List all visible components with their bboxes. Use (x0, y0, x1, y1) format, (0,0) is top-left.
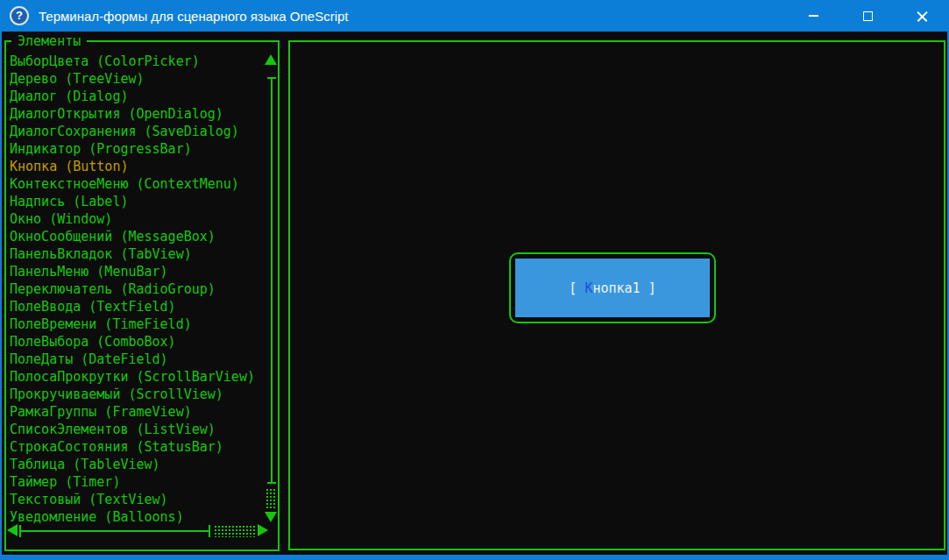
button-hotkey: К (584, 280, 592, 296)
list-item-label: Окно (Window) (10, 211, 112, 227)
list-item-label: ДиалогОткрытия (OpenDialog) (10, 106, 223, 122)
window-controls (786, 0, 949, 32)
list-item-label: Дерево (TreeView) (10, 71, 145, 87)
horizontal-scroll-track[interactable] (213, 524, 256, 537)
button-bracket-close: ] (641, 280, 656, 296)
elements-panel: Элементы ВыборЦвета (ColorPicker)Дерево … (4, 40, 280, 551)
preview-button-focus-ring: [ Кнопка1 ] (509, 252, 716, 323)
preview-panel: [ Кнопка1 ] (288, 40, 945, 550)
list-item[interactable]: ПолеВыбора (ComboBox) (8, 333, 264, 351)
list-item[interactable]: Индикатор (ProgressBar) (8, 140, 264, 158)
vertical-scroll-thumb[interactable] (271, 77, 273, 484)
list-item[interactable]: Прокручиваемый (ScrollView) (8, 386, 264, 403)
list-item-label: Переключатель (RadioGroup) (10, 281, 216, 297)
list-item-label: РамкаГруппы (FrameView) (10, 404, 192, 420)
list-item-label: ОкноСообщений (MessageBox) (10, 229, 216, 245)
list-item-label: ПолосаПрокрутки (ScrollBarView) (10, 369, 255, 385)
button-label-rest: нопка1 (592, 280, 640, 296)
titlebar: ? Терминал-формы для сценарного языка On… (0, 0, 949, 32)
list-item-label: Таймер (Timer) (10, 474, 120, 490)
maximize-button[interactable] (840, 0, 895, 32)
list-item[interactable]: РамкаГруппы (FrameView) (8, 403, 264, 421)
list-item[interactable]: ПанельМеню (MenuBar) (8, 263, 264, 280)
list-item-label: ПолеВыбора (ComboBox) (10, 334, 176, 350)
list-item[interactable]: Кнопка (Button) (8, 158, 264, 175)
list-item[interactable]: ВыборЦвета (ColorPicker) (8, 53, 264, 70)
list-item-label: ПолеДаты (DateField) (10, 351, 168, 367)
list-item[interactable]: КонтекстноеМеню (ContextMenu) (8, 175, 264, 193)
list-item-label: Прокручиваемый (ScrollView) (10, 386, 223, 402)
list-item[interactable]: Таймер (Timer) (8, 473, 264, 491)
list-item-label: ПолеВвода (TextField) (10, 299, 176, 315)
list-item-label: СтрокаСостояния (StatusBar) (10, 439, 223, 455)
list-item[interactable]: Уведомление (Balloons) (8, 508, 264, 526)
close-icon (916, 10, 929, 23)
list-item[interactable]: ДиалогСохранения (SaveDialog) (8, 123, 264, 140)
list-item[interactable]: ПанельВкладок (TabView) (8, 245, 264, 263)
window-title: Терминал-формы для сценарного языка OneS… (39, 9, 349, 24)
list-item-label: ПанельВкладок (TabView) (10, 246, 192, 262)
list-item-label: СписокЭлементов (ListView) (10, 422, 216, 437)
help-icon-glyph: ? (16, 9, 23, 22)
list-item-label: Индикатор (ProgressBar) (10, 141, 192, 157)
list-item-label: ВыборЦвета (ColorPicker) (10, 53, 200, 69)
list-item-label: Уведомление (Balloons) (10, 509, 184, 525)
button-bracket-open: [ (569, 280, 584, 296)
list-item-label: Кнопка (Button) (10, 159, 128, 174)
help-question-icon[interactable]: ? (10, 6, 29, 25)
horizontal-scroll-thumb[interactable] (19, 530, 210, 532)
scroll-up-icon[interactable] (265, 54, 277, 65)
list-item-label: ДиалогСохранения (SaveDialog) (10, 124, 239, 139)
preview-button[interactable]: [ Кнопка1 ] (515, 259, 710, 317)
minimize-icon (809, 15, 818, 17)
list-item[interactable]: Дерево (TreeView) (8, 70, 264, 88)
list-item[interactable]: СписокЭлементов (ListView) (8, 421, 264, 438)
scroll-left-icon[interactable] (7, 524, 18, 536)
elements-list: ВыборЦвета (ColorPicker)Дерево (TreeView… (8, 53, 264, 526)
minimize-button[interactable] (786, 0, 840, 32)
list-item-label: Диалог (Dialog) (10, 89, 128, 104)
elements-panel-title: Элементы (11, 32, 87, 50)
list-item[interactable]: ОкноСообщений (MessageBox) (8, 228, 264, 245)
list-item[interactable]: ДиалогОткрытия (OpenDialog) (8, 105, 264, 123)
list-item-label: ПолеВремени (TimeField) (10, 316, 192, 332)
scroll-right-icon[interactable] (258, 524, 268, 536)
list-item-label: Текстовый (TextView) (10, 492, 168, 507)
vertical-scroll-track[interactable] (265, 487, 276, 510)
list-item[interactable]: Таблица (TableView) (8, 456, 264, 473)
scroll-down-icon[interactable] (265, 512, 277, 522)
list-item[interactable]: Надпись (Label) (8, 193, 264, 210)
maximize-icon (863, 11, 873, 21)
list-item[interactable]: Окно (Window) (8, 210, 264, 228)
list-item[interactable]: Текстовый (TextView) (8, 491, 264, 508)
close-button[interactable] (895, 0, 949, 32)
list-item[interactable]: ПолеДаты (DateField) (8, 351, 264, 368)
list-item-label: КонтекстноеМеню (ContextMenu) (10, 176, 239, 192)
list-item-label: Надпись (Label) (10, 194, 128, 209)
list-item[interactable]: Переключатель (RadioGroup) (8, 280, 264, 298)
list-item[interactable]: ПолеВвода (TextField) (8, 298, 264, 315)
list-item-label: Таблица (TableView) (10, 457, 160, 472)
list-item[interactable]: ПолосаПрокрутки (ScrollBarView) (8, 368, 264, 386)
list-item[interactable]: Диалог (Dialog) (8, 88, 264, 105)
list-item-label: ПанельМеню (MenuBar) (10, 264, 168, 280)
app-window: ? Терминал-формы для сценарного языка On… (0, 0, 949, 560)
list-item[interactable]: ПолеВремени (TimeField) (8, 315, 264, 333)
list-item[interactable]: СтрокаСостояния (StatusBar) (8, 438, 264, 456)
